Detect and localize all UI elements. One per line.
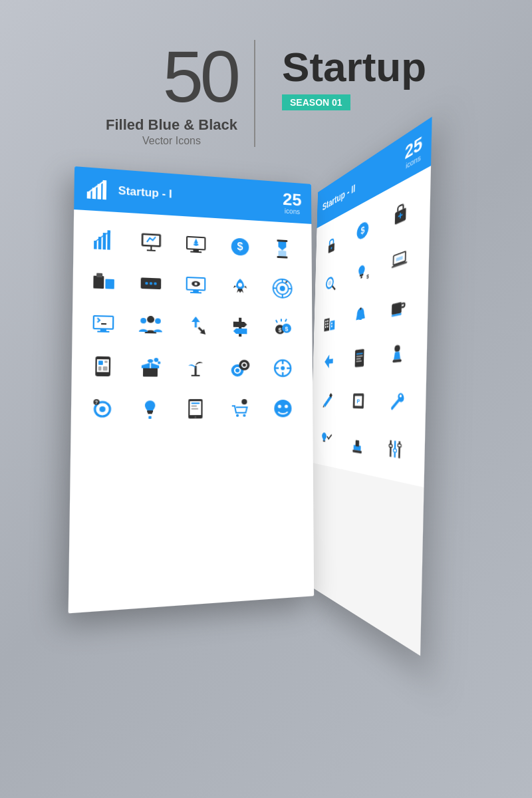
svg-text:$: $ (360, 223, 364, 236)
svg-point-95 (236, 414, 239, 417)
open-box-icon (138, 356, 162, 378)
svg-point-94 (241, 399, 247, 404)
theater-mask-icon (273, 398, 294, 420)
icon-cart-man (222, 391, 258, 427)
icon-desktop-eye (178, 267, 214, 303)
svg-rect-86 (148, 412, 152, 414)
card-side: Startup - II 25 icons (307, 117, 432, 656)
svg-rect-145 (355, 440, 359, 447)
side-icon-bag (384, 183, 418, 241)
cart-man-icon (229, 398, 251, 420)
side-icon-picture-frame: P (344, 381, 373, 421)
side-icon-bell (346, 293, 375, 337)
tablet-icon (184, 398, 207, 420)
card-front-label: Startup - I (118, 185, 172, 201)
svg-point-72 (235, 368, 239, 372)
card-front-count: 25 (283, 190, 301, 208)
icon-folder (84, 263, 123, 301)
presentation-icon (139, 231, 162, 254)
mobile-icon (90, 355, 115, 378)
svg-rect-124 (327, 326, 329, 328)
svg-point-38 (280, 286, 285, 291)
side-icon-equalizer (378, 426, 413, 473)
code-monitor-icon (91, 313, 115, 336)
folder-icon (92, 270, 116, 293)
card-side-count-block: 25 icons (404, 133, 422, 171)
svg-rect-64 (104, 360, 108, 362)
rocket-icon (229, 276, 251, 298)
svg-rect-121 (325, 323, 327, 325)
svg-text:P: P (357, 398, 360, 404)
svg-rect-17 (190, 251, 201, 253)
gear-question-icon: ? (90, 398, 115, 421)
svg-text:$: $ (285, 326, 289, 332)
svg-rect-9 (143, 235, 159, 245)
side-icon-chess-pawn (380, 330, 415, 376)
svg-rect-150 (389, 444, 392, 448)
svg-rect-125 (331, 323, 332, 325)
side-icon-wrench (380, 380, 414, 424)
svg-text:$: $ (279, 327, 282, 333)
icon-arrows (178, 308, 214, 344)
desktop-eye-icon (185, 274, 207, 297)
icon-sprout (177, 349, 213, 385)
hourglass-icon (272, 238, 293, 260)
icon-mobile-app (83, 348, 122, 385)
svg-rect-46 (100, 329, 106, 331)
icon-target (265, 271, 300, 307)
icon-gears (222, 350, 258, 386)
bar-chart-icon (85, 178, 109, 201)
lightbulb-pencil-icon (138, 398, 161, 420)
front-icon-grid: $ (70, 209, 313, 439)
big-number: 50 (163, 40, 237, 113)
svg-rect-126 (331, 325, 332, 327)
filled-text: Filled Blue & Black (106, 116, 237, 134)
svg-point-76 (281, 366, 285, 370)
svg-line-147 (390, 440, 391, 457)
icon-team (131, 307, 169, 344)
svg-rect-34 (190, 292, 201, 294)
vector-text: Vector Icons (106, 135, 237, 147)
side-icon-laptop (382, 231, 417, 285)
svg-rect-151 (393, 449, 396, 452)
team-icon (138, 314, 162, 336)
icon-open-box (131, 348, 169, 385)
svg-rect-128 (392, 302, 402, 315)
svg-point-109 (329, 280, 332, 285)
svg-rect-117 (324, 318, 329, 331)
svg-line-60 (285, 319, 287, 322)
side-icon-pencil (316, 382, 340, 418)
svg-rect-92 (192, 406, 198, 407)
side-icon-arrow-left (317, 342, 341, 380)
svg-line-11 (146, 250, 155, 251)
svg-rect-33 (193, 291, 198, 292)
icon-presentation (132, 223, 170, 261)
svg-point-49 (140, 318, 146, 324)
card-front-count-label: icons (283, 207, 301, 215)
svg-line-58 (276, 320, 277, 323)
page-container: 50 Filled Blue & Black Vector Icons Star… (0, 0, 532, 798)
svg-point-99 (285, 405, 288, 408)
startup-title: Startup (282, 47, 426, 88)
svg-rect-24 (105, 279, 114, 289)
icon-crosshair (265, 350, 300, 386)
icon-theater-mask (266, 391, 301, 426)
svg-text:?: ? (95, 400, 98, 404)
svg-point-68 (154, 358, 158, 362)
arrows-icon (184, 315, 207, 337)
gears-icon (229, 356, 251, 378)
svg-rect-87 (148, 416, 151, 419)
signpost-icon (229, 316, 251, 338)
svg-rect-131 (355, 349, 364, 368)
title-block: Startup SEASON 01 (275, 40, 426, 110)
svg-rect-23 (96, 273, 102, 278)
monitor-rocket-icon (185, 233, 207, 256)
svg-text:$: $ (366, 272, 369, 281)
icon-coins-blast: $ $ (265, 311, 300, 346)
svg-rect-16 (194, 250, 199, 251)
header-section: 50 Filled Blue & Black Vector Icons Star… (106, 40, 426, 147)
svg-rect-3 (102, 180, 106, 200)
side-icon-mug (382, 281, 416, 331)
side-icon-idea-check (315, 422, 338, 460)
dollar-coin-icon: $ (229, 235, 251, 258)
